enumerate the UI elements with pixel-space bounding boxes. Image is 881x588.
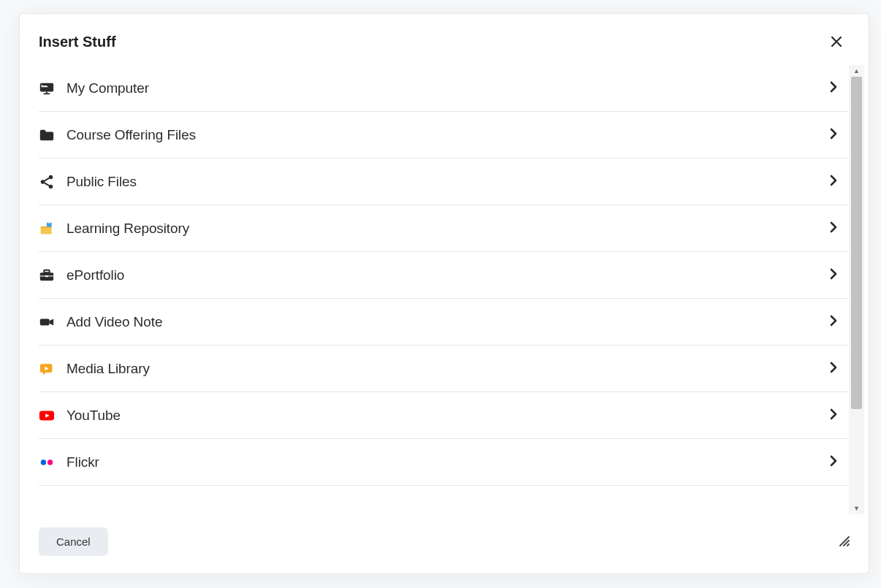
svg-rect-10 [45,275,48,277]
source-item-label: Learning Repository [66,221,830,237]
scroll-track[interactable] [849,77,864,503]
source-item-media-library[interactable]: Media Library [39,345,849,392]
video-camera-icon [39,314,55,330]
close-button[interactable] [825,30,848,53]
source-item-label: Media Library [66,361,830,377]
svg-rect-11 [40,318,50,325]
source-item-my-computer[interactable]: My Computer [39,65,849,112]
computer-icon [39,80,55,96]
flickr-icon [39,454,55,470]
svg-point-5 [49,184,53,188]
source-item-label: YouTube [66,408,830,424]
media-library-icon [39,361,55,377]
svg-point-4 [49,175,53,179]
scroll-up-arrow-icon[interactable]: ▲ [849,65,864,77]
source-item-flickr[interactable]: Flickr [39,439,849,486]
source-item-label: Add Video Note [66,314,830,330]
svg-point-3 [41,180,45,184]
source-item-course-offering-files[interactable]: Course Offering Files [39,112,849,159]
svg-point-13 [41,459,46,465]
source-item-label: My Computer [66,80,830,96]
source-item-youtube[interactable]: YouTube [39,392,849,439]
chevron-right-icon [830,362,837,376]
dialog-header: Insert Stuff [20,14,869,65]
svg-rect-2 [46,91,47,93]
folder-icon [39,127,55,143]
learning-repository-icon [39,221,55,237]
chevron-right-icon [830,268,837,283]
chevron-right-icon [830,175,837,189]
chevron-right-icon [830,128,837,142]
chevron-right-icon [830,408,837,423]
insert-stuff-dialog: Insert Stuff My Computer [19,13,869,574]
source-item-label: ePortfolio [66,267,830,283]
close-icon [830,35,843,48]
svg-rect-9 [44,270,49,272]
share-icon [39,174,55,190]
youtube-icon [39,408,55,424]
source-item-learning-repository[interactable]: Learning Repository [39,205,849,252]
scroll-thumb[interactable] [851,77,862,409]
chevron-right-icon [830,221,837,236]
source-item-add-video-note[interactable]: Add Video Note [39,299,849,345]
dialog-title: Insert Stuff [39,34,116,50]
dialog-footer: Cancel [20,514,869,573]
source-list: My Computer Course Offering Files [39,65,849,514]
source-item-label: Public Files [66,174,830,190]
chevron-right-icon [830,315,837,329]
briefcase-icon [39,267,55,283]
scrollbar[interactable]: ▲ ▼ [849,65,864,514]
chevron-right-icon [830,81,837,96]
cancel-button[interactable]: Cancel [39,527,108,556]
source-item-eportfolio[interactable]: ePortfolio [39,252,849,299]
source-item-label: Flickr [66,454,830,470]
scroll-down-arrow-icon[interactable]: ▼ [849,503,864,514]
svg-rect-0 [40,83,53,91]
source-item-label: Course Offering Files [66,127,830,143]
chevron-right-icon [830,455,837,470]
resize-handle-icon[interactable] [838,535,850,549]
source-item-public-files[interactable]: Public Files [39,159,849,205]
svg-point-14 [47,459,53,465]
